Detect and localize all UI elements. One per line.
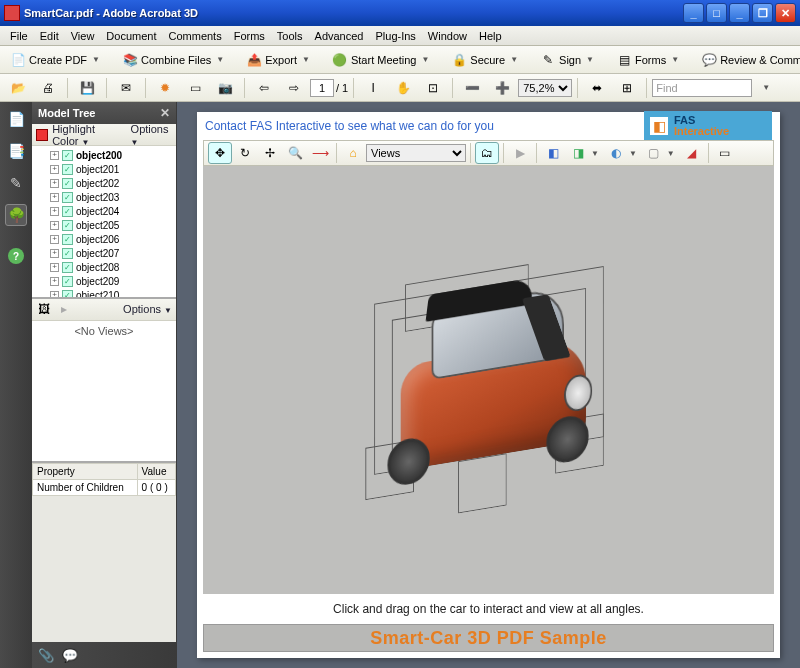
maximize-button-1[interactable]: □ (706, 3, 727, 23)
expand-icon[interactable]: + (50, 235, 59, 244)
tool-page-button[interactable]: ▭ (181, 77, 209, 99)
menu-advanced[interactable]: Advanced (309, 28, 370, 44)
menu-window[interactable]: Window (422, 28, 473, 44)
menu-plugins[interactable]: Plug-Ins (369, 28, 421, 44)
zoom-in-button[interactable]: ➕ (488, 77, 516, 99)
page-number-input[interactable] (310, 79, 334, 97)
views-nav-icon[interactable]: ▸ (56, 301, 72, 317)
fit-page-button[interactable]: ⊞ (613, 77, 641, 99)
tree-item-object204[interactable]: +✓object204 (34, 204, 174, 218)
panel-close-icon[interactable]: ✕ (160, 106, 170, 120)
panel-options-dropdown[interactable]: Options ▼ (131, 123, 172, 147)
expand-icon[interactable]: + (50, 193, 59, 202)
checkbox-icon[interactable]: ✓ (62, 178, 73, 189)
minimize-button-2[interactable]: _ (729, 3, 750, 23)
tree-item-object202[interactable]: +✓object202 (34, 176, 174, 190)
prev-page-button[interactable]: ⇦ (250, 77, 278, 99)
zoom-out-button[interactable]: ➖ (458, 77, 486, 99)
expand-icon[interactable]: + (50, 221, 59, 230)
checkbox-icon[interactable]: ✓ (62, 192, 73, 203)
3d-rotate-button[interactable]: ✥ (208, 142, 232, 164)
secure-button[interactable]: 🔒Secure▼ (445, 49, 524, 71)
expand-icon[interactable]: + (50, 277, 59, 286)
find-input[interactable] (652, 79, 752, 97)
3d-cross-button[interactable]: ◢ (680, 142, 704, 164)
sign-button[interactable]: ✎Sign▼ (534, 49, 600, 71)
menu-help[interactable]: Help (473, 28, 508, 44)
3d-home-button[interactable]: ⌂ (341, 142, 365, 164)
checkbox-icon[interactable]: ✓ (62, 164, 73, 175)
highlight-color-dropdown[interactable]: Highlight Color ▼ (52, 123, 122, 147)
expand-icon[interactable]: + (50, 263, 59, 272)
tree-item-object206[interactable]: +✓object206 (34, 232, 174, 246)
checkbox-icon[interactable]: ✓ (62, 262, 73, 273)
help-button[interactable]: ? (8, 248, 24, 264)
views-icon[interactable]: 🖼 (36, 301, 52, 317)
review-button[interactable]: 💬Review & Comment▼ (695, 49, 800, 71)
expand-icon[interactable]: + (50, 179, 59, 188)
checkbox-icon[interactable]: ✓ (62, 276, 73, 287)
3d-play-button[interactable]: ▶ (508, 142, 532, 164)
3d-light-button[interactable]: ◐▼ (604, 142, 641, 164)
3d-zoom-button[interactable]: 🔍 (283, 142, 307, 164)
3d-spin-button[interactable]: ↻ (233, 142, 257, 164)
marquee-zoom-button[interactable]: ⊡ (419, 77, 447, 99)
3d-viewport[interactable] (203, 166, 774, 594)
3d-modeltree-button[interactable]: 🗂 (475, 142, 499, 164)
comment-icon[interactable]: 💬 (62, 648, 78, 663)
tree-item-object205[interactable]: +✓object205 (34, 218, 174, 232)
3d-views-select[interactable]: Views (366, 144, 466, 162)
zoom-select[interactable]: 75,2% (518, 79, 572, 97)
open-button[interactable]: 📂 (4, 77, 32, 99)
expand-icon[interactable]: + (50, 151, 59, 160)
minimize-button-1[interactable]: _ (683, 3, 704, 23)
contact-link[interactable]: Contact FAS Interactive to see what we c… (205, 119, 494, 133)
email-button[interactable]: ✉ (112, 77, 140, 99)
sign-panel-button[interactable]: ✎ (5, 172, 27, 194)
menu-comments[interactable]: Comments (163, 28, 228, 44)
checkbox-icon[interactable]: ✓ (62, 150, 73, 161)
checkbox-icon[interactable]: ✓ (62, 220, 73, 231)
export-button[interactable]: 📤Export▼ (240, 49, 316, 71)
bookmarks-panel-button[interactable]: 📑 (5, 140, 27, 162)
hand-tool-button[interactable]: ✋ (389, 77, 417, 99)
tree-item-object208[interactable]: +✓object208 (34, 260, 174, 274)
pages-panel-button[interactable]: 📄 (5, 108, 27, 130)
expand-icon[interactable]: + (50, 207, 59, 216)
checkbox-icon[interactable]: ✓ (62, 248, 73, 259)
checkbox-icon[interactable]: ✓ (62, 234, 73, 245)
tree-item-object210[interactable]: +✓object210 (34, 288, 174, 297)
find-dropdown[interactable]: ▼ (754, 77, 776, 99)
restore-button[interactable]: ❐ (752, 3, 773, 23)
close-button[interactable]: ✕ (775, 3, 796, 23)
menu-forms[interactable]: Forms (228, 28, 271, 44)
next-page-button[interactable]: ⇨ (280, 77, 308, 99)
views-options-dropdown[interactable]: Options ▼ (123, 303, 172, 315)
print-button[interactable]: 🖨 (34, 77, 62, 99)
modeltree-panel-button[interactable]: 🌳 (5, 204, 27, 226)
checkbox-icon[interactable]: ✓ (62, 206, 73, 217)
tree-item-object200[interactable]: +✓object200 (34, 148, 174, 162)
3d-pan-button[interactable]: ✢ (258, 142, 282, 164)
expand-icon[interactable]: + (50, 249, 59, 258)
menu-document[interactable]: Document (100, 28, 162, 44)
tree-item-object209[interactable]: +✓object209 (34, 274, 174, 288)
3d-walk-button[interactable]: ⟶ (308, 142, 332, 164)
document-viewport[interactable]: Contact FAS Interactive to see what we c… (177, 102, 800, 668)
tree-item-object201[interactable]: +✓object201 (34, 162, 174, 176)
menu-tools[interactable]: Tools (271, 28, 309, 44)
create-pdf-button[interactable]: 📄Create PDF▼ (4, 49, 106, 71)
combine-files-button[interactable]: 📚Combine Files▼ (116, 49, 230, 71)
forms-button[interactable]: ▤Forms▼ (610, 49, 685, 71)
menu-edit[interactable]: Edit (34, 28, 65, 44)
attachment-icon[interactable]: 📎 (38, 648, 54, 663)
start-meeting-button[interactable]: 🟢Start Meeting▼ (326, 49, 435, 71)
tree-item-object207[interactable]: +✓object207 (34, 246, 174, 260)
expand-icon[interactable]: + (50, 165, 59, 174)
checkbox-icon[interactable]: ✓ (62, 290, 73, 297)
object-tree[interactable]: +✓object200+✓object201+✓object202+✓objec… (32, 146, 176, 297)
menu-file[interactable]: File (4, 28, 34, 44)
select-tool-button[interactable]: I (359, 77, 387, 99)
menu-view[interactable]: View (65, 28, 101, 44)
tool-camera-button[interactable]: 📷 (211, 77, 239, 99)
